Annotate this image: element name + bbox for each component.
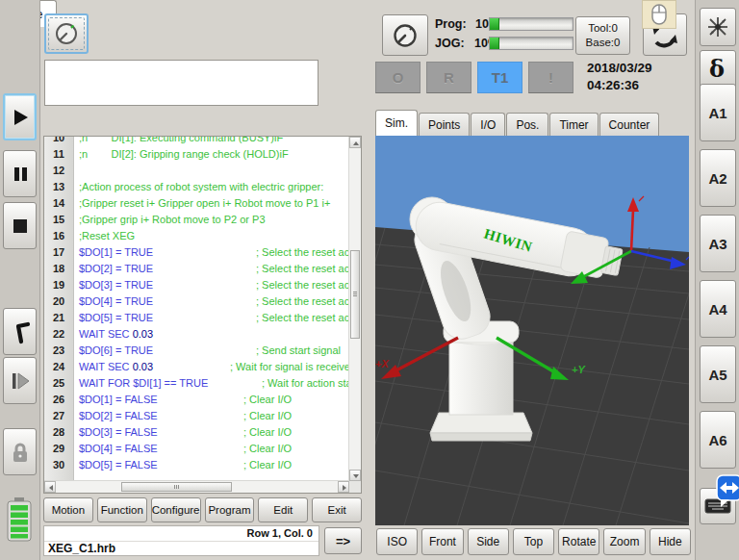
- code-line-text: WAIT FOR $DI[1] == TRUE; Wait for action…: [73, 375, 349, 392]
- sim-viewport[interactable]: HIWIN +X +Y: [375, 136, 689, 525]
- horizontal-scroll-thumb[interactable]: [121, 482, 232, 492]
- remote-access-badge[interactable]: [715, 473, 739, 512]
- line-number: 24: [44, 359, 73, 375]
- mode-button-r[interactable]: R: [426, 62, 471, 93]
- axis-button-a2[interactable]: A2: [700, 149, 736, 207]
- code-line[interactable]: 17$DO[1] = TRUE; Select the reset action: [44, 244, 349, 261]
- jump-button-label: =>: [336, 534, 350, 548]
- mode-button-t1[interactable]: T1: [477, 62, 522, 93]
- code-editor[interactable]: 10;n DI[1]: Executing command (BUSY)iF11…: [43, 136, 362, 494]
- step-button[interactable]: [3, 357, 37, 404]
- inline-comment: ; Wait for action started: [262, 375, 349, 392]
- code-line[interactable]: 25WAIT FOR $DI[1] == TRUE; Wait for acti…: [44, 375, 349, 392]
- code-line[interactable]: 13;Action process of robot system with e…: [44, 179, 349, 195]
- code-line[interactable]: 24WAIT SEC 0.03; Wait for signal is rece…: [44, 359, 349, 375]
- code-line[interactable]: 26$DO[1] = FALSE; Clear I/O: [44, 392, 349, 408]
- axis-button-a3[interactable]: A3: [700, 215, 736, 272]
- code-line[interactable]: 20$DO[4] = TRUE; Select the reset action: [44, 293, 349, 310]
- code-line[interactable]: 28$DO[3] = FALSE; Clear I/O: [44, 424, 349, 441]
- axis-button-a4[interactable]: A4: [700, 280, 736, 338]
- code-line[interactable]: 29$DO[4] = FALSE; Clear I/O: [44, 441, 349, 457]
- menu-button-function[interactable]: Function: [97, 497, 147, 522]
- menu-button-edit[interactable]: Edit: [258, 497, 308, 522]
- code-line[interactable]: 21$DO[5] = TRUE; Select the reset action: [44, 310, 349, 326]
- tab-pos[interactable]: Pos.: [506, 113, 548, 136]
- tab-sim[interactable]: Sim.: [375, 110, 418, 136]
- base-label: Base:0: [586, 36, 621, 50]
- code-line[interactable]: 22WAIT SEC 0.03: [44, 326, 349, 343]
- axis-button-a6[interactable]: A6: [700, 411, 736, 469]
- scroll-right-button[interactable]: [338, 481, 349, 493]
- view-button-top[interactable]: Top: [513, 528, 554, 555]
- thumb-grip: [174, 485, 179, 489]
- horizontal-scrollbar[interactable]: [44, 480, 349, 493]
- menu-button-program[interactable]: Program: [205, 497, 255, 522]
- code-line[interactable]: 19$DO[3] = TRUE; Select the reset action: [44, 277, 349, 293]
- tab-timer[interactable]: Timer: [549, 113, 598, 136]
- run-button[interactable]: [3, 93, 37, 140]
- thumb-grip: [353, 292, 357, 296]
- code-line[interactable]: 16;Reset XEG: [44, 228, 349, 244]
- code-line[interactable]: 23$DO[6] = TRUE; Send start signal: [44, 343, 349, 359]
- scroll-left-button[interactable]: [44, 481, 56, 493]
- line-number: 21: [44, 310, 73, 326]
- code-segment: $DO[3] = TRUE: [79, 279, 153, 291]
- menu-button-motion[interactable]: Motion: [43, 497, 93, 522]
- lock-button[interactable]: [3, 428, 37, 475]
- tab-points[interactable]: Points: [419, 113, 470, 136]
- scroll-down-button[interactable]: [349, 470, 361, 481]
- jump-button[interactable]: =>: [324, 527, 362, 554]
- view-button-hide[interactable]: Hide: [650, 528, 691, 555]
- speed-override-button[interactable]: [44, 13, 89, 54]
- align-free-button[interactable]: [700, 8, 736, 46]
- code-segment: $DO[4] = FALSE: [79, 443, 158, 454]
- view-button-zoom[interactable]: Zoom: [603, 528, 645, 555]
- teach-path-button[interactable]: δ: [700, 50, 736, 89]
- speed-button[interactable]: [382, 14, 428, 56]
- code-line[interactable]: 10;n DI[1]: Executing command (BUSY)iF: [44, 137, 349, 146]
- view-button-iso[interactable]: ISO: [376, 528, 418, 555]
- mouse-pointer-badge: [642, 0, 676, 29]
- code-line[interactable]: 27$DO[2] = FALSE; Clear I/O: [44, 408, 349, 424]
- code-line[interactable]: 18$DO[2] = TRUE; Select the reset action: [44, 261, 349, 277]
- tab-counter[interactable]: Counter: [599, 113, 660, 136]
- tab-io[interactable]: I/O: [471, 113, 505, 136]
- code-segment: ;Reset XEG: [79, 230, 135, 242]
- scroll-up-button[interactable]: [349, 137, 361, 148]
- code-line[interactable]: 12: [44, 163, 349, 179]
- time-text: 04:26:36: [587, 77, 695, 94]
- message-box[interactable]: [44, 60, 319, 106]
- open-filename: XEG_C1.hrb: [44, 542, 319, 556]
- code-line[interactable]: 30$DO[5] = FALSE; Clear I/O: [44, 457, 349, 473]
- code-line[interactable]: 14;Gripper reset i+ Gripper open i+ Robo…: [44, 195, 349, 212]
- vertical-scrollbar[interactable]: [348, 137, 361, 481]
- jog-button[interactable]: [3, 308, 37, 355]
- mode-button-![interactable]: !: [528, 62, 573, 93]
- menu-button-configure[interactable]: Configure: [151, 497, 201, 522]
- code-line[interactable]: 15;Gripper grip i+ Robot move to P2 or P…: [44, 212, 349, 228]
- code-line-text: $DO[1] = TRUE; Select the reset action: [73, 244, 349, 261]
- inline-comment: ; Clear I/O: [243, 457, 292, 473]
- line-number: 15: [44, 212, 73, 228]
- pause-icon: [12, 165, 29, 183]
- vertical-scroll-thumb[interactable]: [350, 250, 360, 339]
- tool-label: Tool:0: [588, 21, 618, 36]
- view-button-rotate[interactable]: Rotate: [558, 528, 599, 555]
- code-line-text: $DO[4] = FALSE; Clear I/O: [73, 441, 349, 457]
- code-line[interactable]: 11;n DI[2]: Gripping range check (HOLD)i…: [44, 146, 349, 163]
- menu-button-exit[interactable]: Exit: [312, 497, 362, 522]
- pause-button[interactable]: [3, 150, 37, 197]
- prog-label: Prog:: [435, 17, 467, 31]
- mode-button-o[interactable]: O: [375, 62, 420, 93]
- stop-button[interactable]: [3, 202, 37, 249]
- focus-outline: [48, 17, 85, 50]
- view-button-front[interactable]: Front: [421, 528, 463, 555]
- axis-button-a5[interactable]: A5: [700, 345, 736, 403]
- jog-arm-icon: [8, 318, 33, 345]
- code-segment: $DO[5] = TRUE: [79, 312, 153, 323]
- jog-speed-bar: [489, 37, 573, 50]
- axis-button-a1[interactable]: A1: [700, 84, 736, 141]
- code-line-text: ;n DI[1]: Executing command (BUSY)iF: [73, 137, 349, 146]
- tool-base-button[interactable]: Tool:0 Base:0: [575, 16, 630, 55]
- view-button-side[interactable]: Side: [468, 528, 509, 555]
